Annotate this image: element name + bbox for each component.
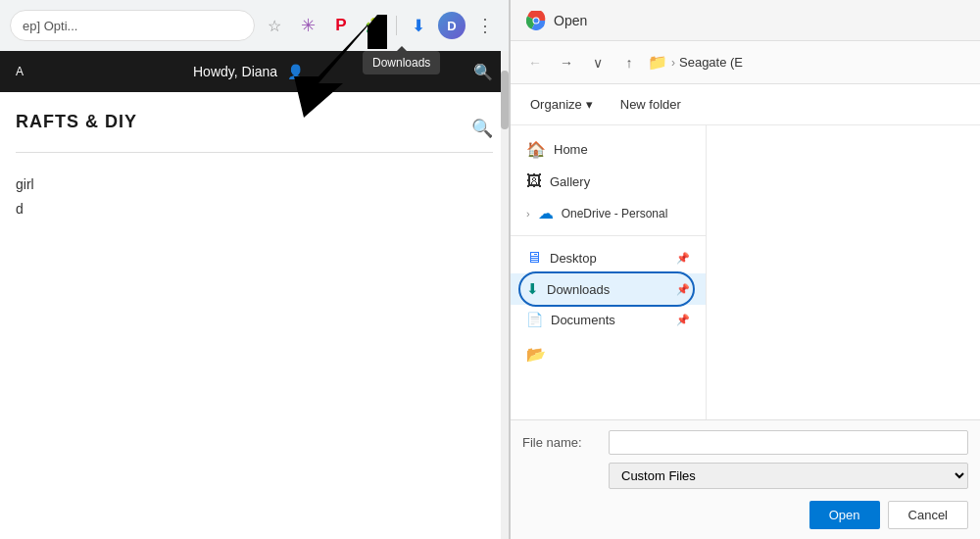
content-line-2: d: [16, 197, 493, 221]
new-folder-label: New folder: [620, 97, 681, 112]
dialog-title-bar: Open: [511, 0, 980, 41]
filename-input[interactable]: [609, 430, 968, 455]
dialog-main: [707, 125, 980, 419]
dialog-body: 🏠 Home 🖼 Gallery › ☁ OneDrive - Personal…: [511, 125, 980, 419]
browser-panel: ep] Opti... ☆ ✳ P 🧩 ⬇ D ⋮ Downloads A: [0, 0, 510, 539]
nav-user-icon: 👤: [287, 64, 304, 79]
scrollbar[interactable]: [501, 51, 509, 539]
nav-back-button[interactable]: ←: [522, 50, 548, 75]
astro-extension-icon[interactable]: ✳: [294, 12, 321, 39]
sidebar-item-documents[interactable]: 📄 Documents 📌: [511, 305, 706, 334]
downloads-pin-icon: 📌: [676, 283, 690, 296]
organize-label: Organize: [530, 97, 582, 112]
downloads-folder-icon: ⬇: [526, 280, 539, 298]
documents-pin-icon: 📌: [676, 314, 690, 326]
dialog-title: Open: [554, 13, 587, 28]
onedrive-chevron-icon: ›: [526, 208, 530, 220]
site-section: RAFTS & DIY 🔍 girl d: [0, 92, 509, 241]
path-text: Seagate (E: [679, 55, 743, 70]
bookmark-icon[interactable]: ☆: [261, 12, 288, 39]
desktop-label: Desktop: [550, 251, 668, 266]
downloads-button[interactable]: ⬇: [405, 12, 432, 39]
profile-initial: D: [447, 19, 456, 33]
nav-forward-button[interactable]: →: [554, 50, 579, 75]
desktop-icon: 🖥: [526, 249, 542, 267]
home-label: Home: [554, 142, 690, 157]
svg-point-3: [534, 18, 539, 23]
new-folder-button[interactable]: New folder: [612, 93, 689, 116]
gallery-icon: 🖼: [526, 172, 542, 190]
documents-label: Documents: [551, 313, 668, 327]
nav-icons-left: A: [16, 65, 24, 78]
site-nav: A Howdy, Diana 👤 🔍: [0, 51, 509, 92]
chrome-logo-icon: [526, 11, 546, 30]
section-heading: RAFTS & DIY: [16, 112, 137, 132]
extra-icon: 📂: [526, 345, 546, 364]
onedrive-icon: ☁: [538, 204, 554, 222]
browser-content: A Howdy, Diana 👤 🔍 RAFTS & DIY 🔍 girl d: [0, 51, 509, 539]
dialog-nav: ← → ∨ ↑ 📁 › Seagate (E: [511, 41, 980, 84]
profile-avatar[interactable]: D: [438, 12, 466, 39]
sidebar-item-extra[interactable]: 📂: [511, 338, 706, 370]
sidebar-item-desktop[interactable]: 🖥 Desktop 📌: [511, 242, 706, 273]
browser-toolbar: ep] Opti... ☆ ✳ P 🧩 ⬇ D ⋮ Downloads: [0, 0, 509, 51]
documents-icon: 📄: [526, 312, 543, 327]
cancel-button[interactable]: Cancel: [888, 501, 968, 529]
sidebar-item-downloads[interactable]: ⬇ Downloads 📌: [511, 273, 706, 305]
dialog-sidebar: 🏠 Home 🖼 Gallery › ☁ OneDrive - Personal…: [511, 125, 707, 419]
browser-menu-button[interactable]: ⋮: [471, 12, 499, 39]
search-row: RAFTS & DIY 🔍: [16, 112, 493, 153]
toolbar-divider: [396, 16, 397, 35]
path-folder-icon: 📁: [648, 53, 667, 72]
scrollbar-thumb: [501, 71, 509, 129]
dialog-toolbar: Organize ▾ New folder: [511, 84, 980, 125]
content-area: girl d: [16, 172, 493, 221]
downloads-label: Downloads: [547, 282, 668, 297]
gallery-label: Gallery: [550, 174, 690, 189]
section-search-icon[interactable]: 🔍: [471, 118, 493, 139]
nav-links: A: [16, 65, 24, 78]
content-line-1: girl: [16, 172, 493, 197]
nav-search-icon[interactable]: 🔍: [473, 63, 493, 81]
home-icon: 🏠: [526, 140, 546, 159]
puzzle-extension-icon[interactable]: 🧩: [361, 12, 388, 39]
dialog-footer: File name: Custom Files Open Cancel: [511, 419, 980, 539]
open-button[interactable]: Open: [809, 501, 880, 529]
address-bar[interactable]: ep] Opti...: [10, 10, 255, 41]
organize-button[interactable]: Organize ▾: [522, 93, 601, 116]
organize-chevron-icon: ▾: [586, 97, 593, 112]
onedrive-label: OneDrive - Personal: [562, 207, 690, 220]
path-bar: 📁 › Seagate (E: [648, 53, 968, 72]
filetype-row: Custom Files: [522, 463, 968, 489]
nav-up-button[interactable]: ↑: [616, 50, 642, 75]
sidebar-item-onedrive[interactable]: › ☁ OneDrive - Personal: [511, 197, 706, 229]
pinterest-extension-icon[interactable]: P: [327, 12, 355, 39]
sidebar-item-home[interactable]: 🏠 Home: [511, 133, 706, 166]
address-text: ep] Opti...: [23, 19, 77, 33]
desktop-pin-icon: 📌: [676, 252, 690, 265]
nav-greeting: Howdy, Diana 👤: [193, 64, 304, 79]
dialog-buttons: Open Cancel: [522, 501, 968, 529]
filename-label: File name:: [522, 435, 601, 450]
filename-row: File name:: [522, 430, 968, 455]
path-chevron: ›: [671, 56, 675, 70]
sidebar-divider-1: [511, 235, 706, 236]
filetype-select[interactable]: Custom Files: [609, 463, 968, 489]
file-dialog: Open ← → ∨ ↑ 📁 › Seagate (E Organize ▾ N…: [510, 0, 980, 539]
nav-dropdown-button[interactable]: ∨: [585, 50, 611, 75]
sidebar-item-gallery[interactable]: 🖼 Gallery: [511, 166, 706, 197]
